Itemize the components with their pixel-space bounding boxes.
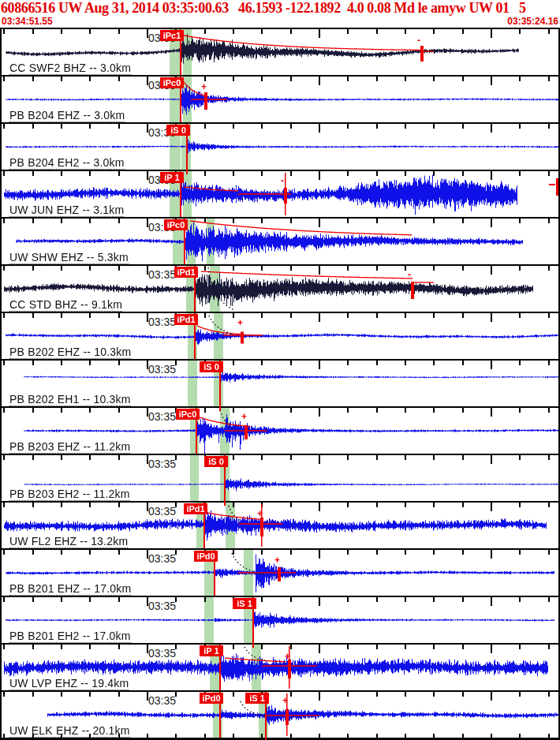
station-label[interactable]: UW LVP EHZ -- 19.4km [9, 677, 129, 690]
pick-label[interactable]: iPd1 [174, 267, 198, 278]
coda-quality-mark: - [408, 271, 411, 278]
pick-label[interactable]: iPc1 [160, 30, 184, 41]
station-label[interactable]: PB B201 EHZ -- 17.0km [9, 582, 131, 596]
pick-label[interactable]: iS 0 [200, 361, 223, 372]
station-label[interactable]: PB B204 EHZ -- 3.0km [9, 109, 125, 122]
trace-panel-PB-B201-EH2: 03:35 PB B201 EH2 -- 17.0km iS 1 [2, 596, 558, 643]
station-label[interactable]: CC STD BHZ -- 9.1km [9, 298, 122, 312]
pick-label[interactable]: iPd0 [194, 551, 218, 562]
coda-quality-mark: + [241, 413, 247, 420]
pick-label[interactable]: iPd0 [200, 693, 223, 704]
station-label[interactable]: UW FL2 EHZ -- 13.2km [9, 535, 128, 548]
trace-panel-PB-B204-EHZ: 03:35 PB B204 EHZ -- 3.0km iPc0+ [2, 75, 558, 122]
coda-quality-mark: + [282, 697, 288, 704]
trace-panel-UW-ELK-EHZ: 03:35 UW ELK EHZ -- 20.1km iPd0iS 1+ [2, 690, 558, 738]
station-label[interactable]: PB B202 EH1 -- 10.3km [9, 393, 131, 406]
pick-label[interactable]: iP 1 [200, 645, 223, 656]
coda-quality-mark: + [237, 319, 243, 327]
event-header: 60866516 UW Aug 31, 2014 03:35:00.63 46.… [0, 0, 560, 28]
pick-label[interactable]: iPd1 [184, 503, 207, 514]
station-label[interactable]: UW SHW EHZ -- 5.3km [9, 251, 129, 264]
station-label[interactable]: UW JUN EHZ -- 3.1km [9, 204, 124, 217]
trace-panel-stack: 03:35 CC SWF2 BHZ -- 3.0km iPc1- 03:35 P… [0, 28, 560, 740]
pick-label[interactable]: iS 1 [233, 598, 256, 609]
coda-quality-mark: + [274, 556, 280, 564]
pick-label[interactable]: iPc0 [176, 409, 200, 420]
trace-panel-PB-B203-EHZ: 03:35 PB B203 EHZ -- 11.2km iPc0+ [2, 406, 558, 454]
trace-panel-PB-B204-EH2: 03:35 PB B204 EH2 -- 3.0km iS 0 [2, 122, 558, 170]
pick-label[interactable]: iPc0 [160, 77, 184, 88]
trace-panel-PB-B202-EHZ: 03:35 PB B202 EHZ -- 10.3km iPd1+ [2, 312, 558, 359]
station-label[interactable]: PB B201 EH2 -- 17.0km [9, 630, 131, 643]
trace-panel-UW-LVP-EHZ: 03:35 UW LVP EHZ -- 19.4km iP 1+ [2, 643, 558, 690]
pick-label[interactable]: iPd1 [174, 314, 198, 325]
station-label[interactable]: PB B202 EHZ -- 10.3km [9, 346, 131, 359]
trace-panel-CC-SWF2-BHZ: 03:35 CC SWF2 BHZ -- 3.0km iPc1- [2, 28, 558, 75]
coda-quality-mark: + [201, 83, 207, 91]
pick-label[interactable]: iS 1 [245, 693, 269, 704]
pick-label[interactable]: iPc0 [164, 219, 188, 230]
seismogram-viewer: 60866516 UW Aug 31, 2014 03:35:00.63 46.… [0, 0, 560, 740]
station-label[interactable]: UW ELK EHZ -- 20.1km [9, 724, 130, 738]
trace-panel-PB-B203-EH2: 03:35 PB B203 EH2 -- 11.2km iS 0 [2, 454, 558, 501]
window-start-time: 03:34:51.55 [2, 17, 53, 27]
coda-quality-mark: - [281, 177, 284, 185]
time-range-row: 03:34:51.55 03:35:24.16 [0, 17, 560, 27]
pick-label[interactable]: iP 1 [160, 172, 184, 183]
trace-panel-CC-STD-BHZ: 03:35 CC STD BHZ -- 9.1km iPd1- [2, 264, 558, 312]
trace-panel-PB-B202-EH1: 03:35 PB B202 EH1 -- 10.3km iS 0 [2, 359, 558, 406]
pick-label[interactable]: iS 0 [166, 125, 190, 136]
window-end-time: 03:35:24.16 [507, 17, 558, 27]
station-label[interactable]: PB B203 EH2 -- 11.2km [9, 488, 130, 501]
trace-panel-UW-JUN-EHZ: 03:35 UW JUN EHZ -- 3.1km iP 1- [2, 170, 558, 217]
coda-quality-mark: + [257, 510, 263, 518]
station-label[interactable]: PB B203 EHZ -- 11.2km [9, 440, 130, 454]
trace-panel-UW-FL2-EHZ: 03:35 UW FL2 EHZ -- 13.2km iPd1+ [2, 501, 558, 548]
trace-panel-UW-SHW-EHZ: 03:35 UW SHW EHZ -- 5.3km iPc0 [2, 217, 558, 264]
event-summary: 60866516 UW Aug 31, 2014 03:35:00.63 46.… [0, 0, 560, 17]
pick-label[interactable]: iS 0 [204, 456, 228, 467]
coda-quality-mark: - [417, 36, 420, 44]
station-label[interactable]: CC SWF2 BHZ -- 3.0km [9, 62, 131, 75]
station-label[interactable]: PB B204 EH2 -- 3.0km [9, 156, 125, 170]
trace-panel-PB-B201-EHZ: 03:35 PB B201 EHZ -- 17.0km iPd0+ [2, 548, 558, 596]
coda-quality-mark: + [285, 652, 290, 660]
